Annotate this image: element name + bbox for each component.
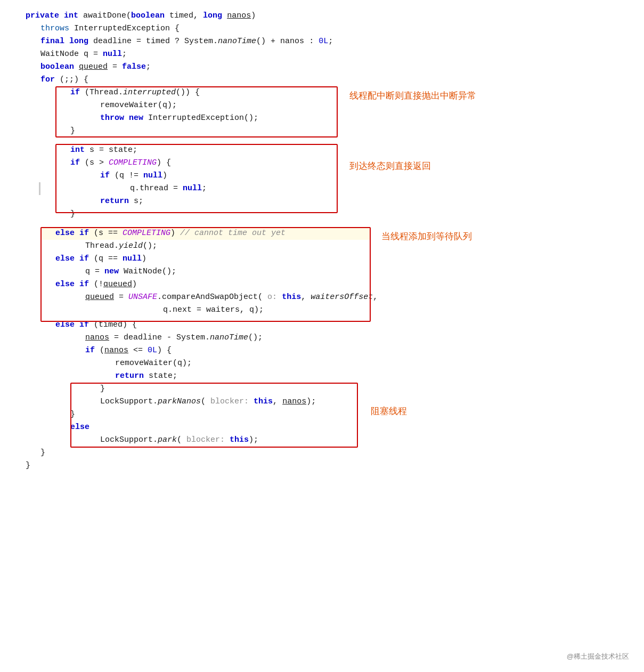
else-q-null: else if (q == null) xyxy=(40,253,633,265)
close-brace-2: } xyxy=(40,208,633,221)
queued-unsafe: queued = UNSAFE.compareAndSwapObject( o:… xyxy=(40,291,633,304)
label-queue: 当线程添加到等待队列 xyxy=(381,229,472,244)
if-interrupted: if (Thread.interrupted()) { xyxy=(40,86,633,99)
if-nanos-lte: if (nanos <= 0L) { xyxy=(26,344,633,357)
kw-boolean: boolean xyxy=(131,11,165,20)
kw-long: long xyxy=(203,11,222,20)
throw-line: throw new InterruptedException(); xyxy=(40,112,633,125)
int-s-line: int s = state; xyxy=(40,144,633,157)
if-s-completing: if (s > COMPLETING) { xyxy=(40,157,633,169)
close-for: } xyxy=(26,447,633,459)
label-interrupt: 线程配中断则直接抛出中断异常 xyxy=(349,88,476,103)
method-signature: private int awaitDone(boolean timed, lon… xyxy=(26,10,633,22)
else-completing-line: else if (s == COMPLETING) // cannot time… xyxy=(40,227,371,240)
else-keyword: else xyxy=(40,421,633,434)
park-line: LockSupport.park( blocker: this); xyxy=(40,434,633,447)
thread-yield: Thread.yield(); xyxy=(40,240,633,253)
for-line: for (;;) { xyxy=(26,74,633,86)
close-timed-inner: } xyxy=(40,383,633,395)
code-viewer: private int awaitDone(boolean timed, lon… xyxy=(11,10,633,472)
q-thread-null: q.thread = null; xyxy=(39,182,633,195)
label-park: 阻塞线程 xyxy=(371,404,407,418)
close-timed-outer: } xyxy=(40,408,633,421)
else-not-queued: else if (!queued) xyxy=(40,278,633,291)
q-new-waitnode: q = new WaitNode(); xyxy=(40,265,633,278)
watermark: @稀土掘金技术社区 xyxy=(567,651,629,662)
return-s: return s; xyxy=(40,195,633,208)
kw-int: int xyxy=(64,11,78,20)
remove-waiter: removeWaiter(q); xyxy=(40,99,633,112)
throws-line: throws InterruptedException { xyxy=(26,22,633,35)
close-method: } xyxy=(26,459,633,472)
if-q-notnull: if (q != null) xyxy=(40,169,633,182)
parknanos-line: LockSupport.parkNanos( blocker: this, na… xyxy=(40,395,633,408)
label-state: 到达终态则直接返回 xyxy=(349,159,431,173)
return-state: return state; xyxy=(26,370,633,383)
nanos-deadline: nanos = deadline - System.nanoTime(); xyxy=(26,331,633,344)
q-next-waiters: q.next = waiters, q); xyxy=(40,304,633,317)
kw-private: private xyxy=(26,11,59,20)
deadline-line: final long deadline = timed ? System.nan… xyxy=(26,35,633,48)
queued-line: boolean queued = false; xyxy=(26,61,633,74)
close-brace-1: } xyxy=(40,125,633,137)
remove-waiter-2: removeWaiter(q); xyxy=(26,357,633,370)
waitnode-line: WaitNode q = null; xyxy=(26,48,633,61)
else-timed: else if (timed) { xyxy=(26,319,633,331)
